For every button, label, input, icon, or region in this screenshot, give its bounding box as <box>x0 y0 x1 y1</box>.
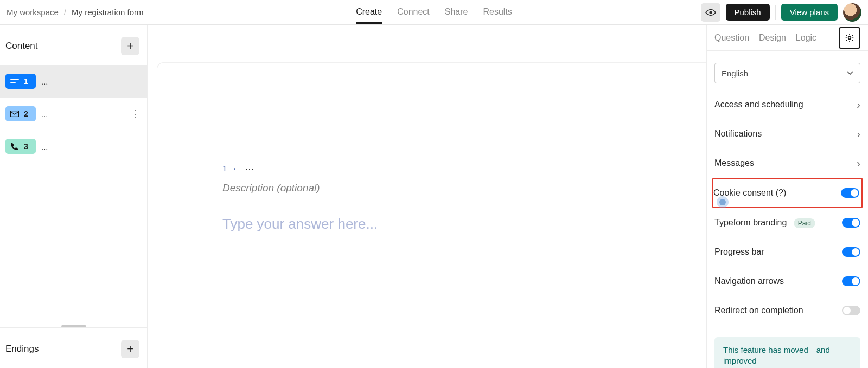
paid-badge: Paid <box>794 218 815 228</box>
question-number-indicator: 1 → <box>222 164 237 173</box>
tab-logic[interactable]: Logic <box>796 33 816 43</box>
endings-section: Endings + <box>0 327 147 368</box>
row-label: Access and scheduling <box>714 100 803 109</box>
sidebar-right: Question Design Logic English Access and… <box>706 25 868 368</box>
canvas: 1 → ... Description (optional) <box>148 25 706 368</box>
language-value: English <box>722 69 748 78</box>
toggle-branding[interactable] <box>842 218 860 228</box>
question-number: 3 <box>24 142 28 151</box>
tab-results[interactable]: Results <box>483 1 512 24</box>
content-title: Content <box>5 41 38 51</box>
add-ending-button[interactable]: + <box>121 340 139 358</box>
row-label: Redirect on completion <box>714 306 803 315</box>
breadcrumb-root[interactable]: My workspace <box>7 8 59 17</box>
topbar: My workspace / My registration form Crea… <box>0 0 868 25</box>
annotation-dot <box>717 196 729 208</box>
row-access-scheduling[interactable]: Access and scheduling <box>714 90 860 119</box>
question-badge-text: 1 <box>5 74 36 89</box>
row-progress-bar: Progress bar <box>714 237 860 267</box>
right-tabs: Question Design Logic <box>707 25 868 51</box>
breadcrumb: My workspace / My registration form <box>7 8 144 17</box>
email-icon <box>10 110 20 118</box>
phone-icon <box>10 143 20 150</box>
tab-design[interactable]: Design <box>759 33 786 43</box>
tab-share[interactable]: Share <box>445 1 468 24</box>
tab-connect[interactable]: Connect <box>397 1 430 24</box>
short-text-icon <box>10 78 20 85</box>
row-typeform-branding: Typeform branding Paid <box>714 208 860 237</box>
question-list: 1 ... 2 ... ⋮ 3 <box>0 65 147 323</box>
top-nav: Create Connect Share Results <box>356 1 512 24</box>
endings-section-header: Endings + <box>0 328 147 368</box>
row-notifications[interactable]: Notifications <box>714 119 860 149</box>
question-number-value: 1 <box>222 164 227 173</box>
question-item-3[interactable]: 3 ... <box>0 130 147 163</box>
toggle-navigation-arrows[interactable] <box>842 276 860 286</box>
gear-icon <box>845 33 854 43</box>
question-item-1[interactable]: 1 ... <box>0 65 147 98</box>
eye-icon <box>705 9 716 16</box>
answer-input[interactable] <box>222 212 620 238</box>
tab-question[interactable]: Question <box>714 33 749 43</box>
chevron-down-icon <box>847 71 853 75</box>
settings-body: English Access and scheduling Notificati… <box>707 51 868 368</box>
question-item-2[interactable]: 2 ... ⋮ <box>0 98 147 130</box>
row-cookie-consent: Cookie consent (?) <box>713 181 859 205</box>
row-label: Navigation arrows <box>714 276 784 286</box>
add-content-button[interactable]: + <box>121 37 139 55</box>
row-label: Typeform branding Paid <box>714 218 815 228</box>
view-plans-button[interactable]: View plans <box>781 4 838 21</box>
content-section-header: Content + <box>0 25 147 65</box>
question-title: ... <box>41 77 48 86</box>
row-label: Notifications <box>714 129 762 139</box>
row-label-text: Typeform branding <box>714 218 787 227</box>
divider <box>775 5 776 20</box>
row-label: Progress bar <box>714 247 764 257</box>
plus-icon: + <box>127 40 133 53</box>
publish-button[interactable]: Publish <box>726 4 770 21</box>
svg-point-0 <box>709 11 712 14</box>
question-description-input[interactable]: Description (optional) <box>222 182 620 194</box>
breadcrumb-separator: / <box>64 8 66 17</box>
question-title: ... <box>41 109 48 119</box>
top-right: Publish View plans <box>701 3 861 22</box>
question-badge-phone: 3 <box>5 139 36 154</box>
question-title: ... <box>41 142 48 151</box>
highlight-cookie-consent: Cookie consent (?) <box>712 178 863 208</box>
tab-create[interactable]: Create <box>356 1 382 24</box>
question-number: 2 <box>24 109 28 118</box>
preview-button[interactable] <box>701 3 720 22</box>
toggle-cookie-consent[interactable] <box>841 188 859 198</box>
svg-rect-2 <box>10 82 16 83</box>
row-redirect-completion: Redirect on completion <box>714 296 860 325</box>
sidebar-left: Content + 1 ... 2 <box>0 25 148 368</box>
question-editor: 1 → ... Description (optional) <box>222 160 620 238</box>
breadcrumb-current[interactable]: My registration form <box>72 8 144 17</box>
row-messages[interactable]: Messages <box>714 149 860 178</box>
row-label: Messages <box>714 158 754 168</box>
arrow-right-icon: → <box>229 164 237 173</box>
feature-moved-tip: This feature has moved—and improved <box>714 337 860 368</box>
svg-point-4 <box>848 36 851 39</box>
endings-title: Endings <box>5 344 39 354</box>
question-title-input[interactable]: ... <box>245 160 254 173</box>
canvas-card: 1 → ... Description (optional) <box>157 63 706 368</box>
avatar[interactable] <box>843 3 861 22</box>
question-badge-email: 2 <box>5 106 36 121</box>
toggle-redirect[interactable] <box>842 306 860 315</box>
question-number: 1 <box>24 77 28 86</box>
settings-button[interactable] <box>839 27 860 49</box>
row-navigation-arrows: Navigation arrows <box>714 267 860 296</box>
toggle-progress-bar[interactable] <box>842 247 860 257</box>
svg-rect-1 <box>10 79 19 80</box>
svg-rect-3 <box>11 111 19 117</box>
plus-icon: + <box>127 343 133 356</box>
question-item-menu[interactable]: ⋮ <box>130 108 141 120</box>
language-select[interactable]: English <box>714 63 860 83</box>
